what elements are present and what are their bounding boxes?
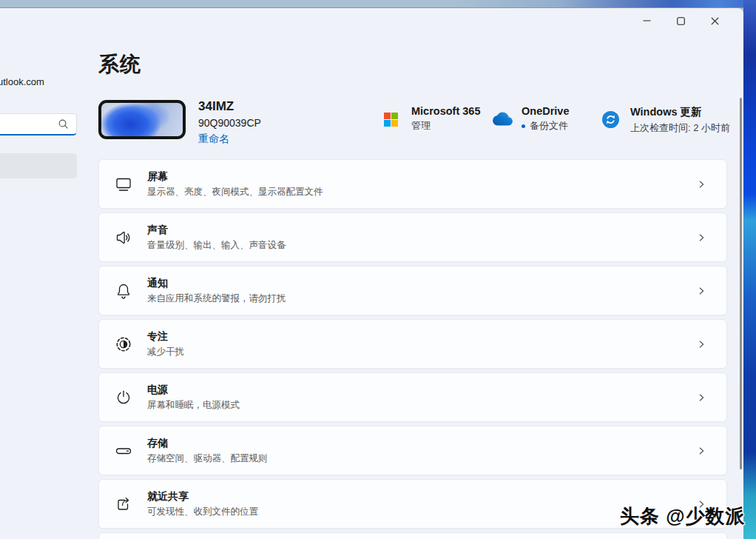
chevron-right-icon [696,232,706,243]
desktop-wallpaper-right [743,0,756,539]
rename-link[interactable]: 重命名 [198,133,261,146]
row-subtitle: 来自应用和系统的警报，请勿打扰 [147,292,696,305]
row-subtitle: 减少干扰 [147,346,696,358]
row-display[interactable]: 屏幕 显示器、亮度、夜间模式、显示器配置文件 [98,159,727,209]
row-subtitle: 屏幕和睡眠，电源模式 [147,399,696,412]
device-thumbnail [98,100,186,139]
row-partial[interactable] [98,532,727,539]
row-title: 电源 [147,384,696,397]
storage-drive-icon [113,442,133,460]
row-title: 存储 [147,437,696,450]
row-focus[interactable]: 专注 减少干扰 [98,319,727,369]
scrollbar-thumb[interactable] [740,98,742,469]
row-title: 就近共享 [147,490,696,503]
bell-icon [113,282,133,300]
windows-update-subtitle: 上次检查时间: 2 小时前 [630,121,730,135]
chevron-right-icon [696,339,706,349]
microsoft-365-subtitle: 管理 [411,119,480,133]
power-icon [113,389,133,406]
microsoft-365-block[interactable]: Microsoft 365 管理 [384,105,480,133]
chevron-right-icon [696,286,706,296]
focus-icon [113,335,133,353]
row-storage[interactable]: 存储 存储空间、驱动器、配置规则 [98,426,727,475]
settings-list: 屏幕 显示器、亮度、夜间模式、显示器配置文件 声音 音量级别、输出、输入、声音设… [98,159,727,539]
chevron-right-icon [696,392,706,403]
display-icon [113,175,133,193]
device-model: 90Q90039CP [198,117,261,129]
onedrive-block[interactable]: OneDrive 备份文件 [493,105,569,133]
row-subtitle: 显示器、亮度、夜间模式、显示器配置文件 [147,186,696,198]
minimize-button[interactable] [630,10,664,32]
share-icon [113,495,133,513]
chevron-right-icon [696,179,706,190]
row-power[interactable]: 电源 屏幕和睡眠，电源模式 [98,372,727,422]
window-controls [630,10,732,32]
row-subtitle: 存储空间、驱动器、配置规则 [147,452,696,465]
row-title: 声音 [147,224,696,237]
sidebar-item-selected[interactable] [0,153,77,178]
row-subtitle: 可发现性、收到文件的位置 [147,506,696,518]
onedrive-title: OneDrive [522,105,569,117]
account-email: utlook.com [0,76,44,87]
row-title: 屏幕 [147,170,696,184]
windows-update-title: Windows 更新 [630,105,730,119]
search-icon [58,118,69,130]
row-sound[interactable]: 声音 音量级别、输出、输入、声音设备 [98,212,727,262]
row-title: 专注 [147,330,696,344]
speaker-icon [113,229,133,247]
watermark: 头条 @少数派 [620,503,746,529]
microsoft-365-title: Microsoft 365 [411,105,480,117]
search-input[interactable] [0,113,77,135]
onedrive-subtitle: 备份文件 [522,119,569,133]
settings-window: utlook.com 系统 34IMZ 90Q90039CP 重命名 Micro… [0,8,743,539]
device-info: 34IMZ 90Q90039CP 重命名 [198,99,261,146]
page-title: 系统 [98,50,141,78]
device-name: 34IMZ [198,99,261,114]
close-button[interactable] [698,10,732,32]
onedrive-cloud-icon [493,112,513,129]
microsoft-365-icon [384,113,398,127]
maximize-button[interactable] [664,10,698,32]
windows-update-block[interactable]: Windows 更新 上次检查时间: 2 小时前 [602,105,730,135]
desktop-wallpaper-top [0,0,756,8]
windows-update-icon [602,111,619,131]
status-dot [522,124,525,128]
row-notifications[interactable]: 通知 来自应用和系统的警报，请勿打扰 [98,266,727,315]
row-title: 通知 [147,277,696,290]
chevron-right-icon [696,446,706,456]
row-subtitle: 音量级别、输出、输入、声音设备 [147,239,696,252]
